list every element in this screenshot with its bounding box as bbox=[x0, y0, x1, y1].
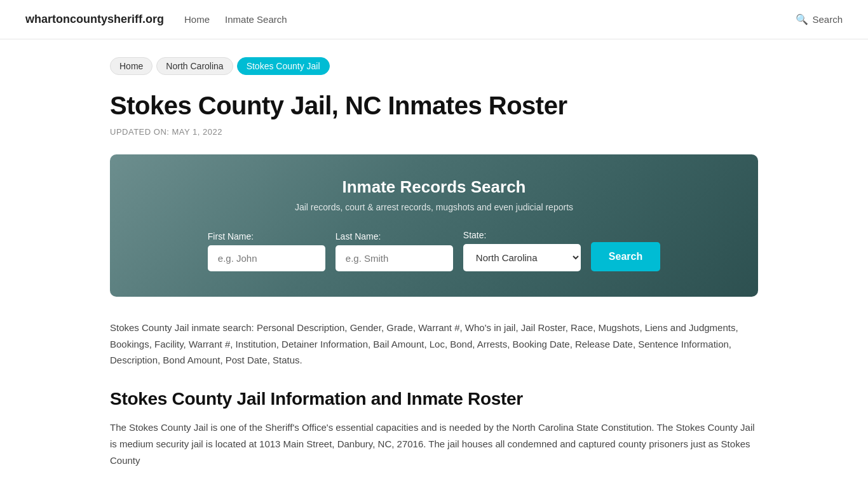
search-form: First Name: Last Name: State: North Caro… bbox=[135, 230, 733, 271]
navbar-search-label: Search bbox=[812, 14, 843, 25]
brand-logo[interactable]: whartoncountysheriff.org bbox=[25, 13, 164, 26]
updated-on: UPDATED ON: MAY 1, 2022 bbox=[110, 127, 758, 137]
description-text: Stokes County Jail inmate search: Person… bbox=[110, 320, 758, 369]
search-card-title: Inmate Records Search bbox=[135, 177, 733, 197]
state-label: State: bbox=[463, 230, 487, 240]
search-icon: 🔍 bbox=[796, 13, 808, 25]
last-name-group: Last Name: bbox=[336, 231, 453, 271]
state-group: State: North Carolina Alabama Alaska Ari… bbox=[463, 230, 581, 271]
nav-home[interactable]: Home bbox=[184, 14, 210, 25]
main-content: Home North Carolina Stokes County Jail S… bbox=[85, 39, 783, 488]
first-name-input[interactable] bbox=[208, 245, 325, 271]
updated-label: UPDATED ON: bbox=[110, 127, 169, 137]
nav-inmate-search[interactable]: Inmate Search bbox=[225, 14, 287, 25]
section-text: The Stokes County Jail is one of the She… bbox=[110, 419, 758, 470]
navbar-search-button[interactable]: 🔍 Search bbox=[796, 13, 843, 25]
search-card: Inmate Records Search Jail records, cour… bbox=[110, 154, 758, 297]
first-name-group: First Name: bbox=[208, 231, 325, 271]
breadcrumb-north-carolina[interactable]: North Carolina bbox=[156, 57, 233, 75]
state-select[interactable]: North Carolina Alabama Alaska Arizona Ca… bbox=[463, 244, 581, 271]
page-title: Stokes County Jail, NC Inmates Roster bbox=[110, 90, 758, 121]
breadcrumb-stokes-county-jail[interactable]: Stokes County Jail bbox=[237, 57, 330, 75]
search-card-subtitle: Jail records, court & arrest records, mu… bbox=[135, 202, 733, 212]
search-button[interactable]: Search bbox=[591, 242, 660, 271]
last-name-label: Last Name: bbox=[336, 231, 381, 241]
breadcrumb: Home North Carolina Stokes County Jail bbox=[110, 57, 758, 75]
first-name-label: First Name: bbox=[208, 231, 254, 241]
navbar: whartoncountysheriff.org Home Inmate Sea… bbox=[0, 0, 868, 39]
updated-date: MAY 1, 2022 bbox=[172, 127, 222, 137]
section-title: Stokes County Jail Information and Inmat… bbox=[110, 389, 758, 409]
last-name-input[interactable] bbox=[336, 245, 453, 271]
breadcrumb-home[interactable]: Home bbox=[110, 57, 153, 75]
